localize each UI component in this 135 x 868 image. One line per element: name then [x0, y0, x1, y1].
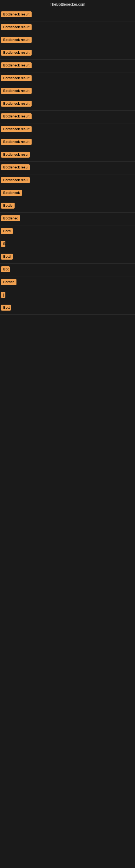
list-item: Bott: [0, 302, 135, 315]
bottleneck-result-badge[interactable]: Bottleneck result: [1, 126, 32, 132]
list-item: Bottleneck result: [0, 47, 135, 60]
list-item: Bot: [0, 264, 135, 276]
bottleneck-result-badge[interactable]: B: [1, 241, 5, 247]
bottleneck-result-badge[interactable]: Bottleneck result: [1, 37, 32, 43]
list-item: Bottlenec: [0, 213, 135, 225]
site-title: TheBottlenecker.com: [0, 0, 135, 9]
results-list: Bottleneck resultBottleneck resultBottle…: [0, 9, 135, 315]
bottleneck-result-badge[interactable]: Bottleneck resu: [1, 164, 30, 170]
bottleneck-result-badge[interactable]: Bottlenec: [1, 215, 20, 221]
bottleneck-result-badge[interactable]: Bottleneck result: [1, 88, 32, 94]
list-item: Bottleneck resu: [0, 162, 135, 175]
bottleneck-result-badge[interactable]: Bottleneck result: [1, 62, 32, 68]
list-item: Bottleneck: [0, 187, 135, 200]
list-item: Bottleneck result: [0, 123, 135, 136]
list-item: Bottleneck result: [0, 34, 135, 47]
bottleneck-result-badge[interactable]: Bott: [1, 305, 11, 311]
site-title-container: TheBottlenecker.com: [0, 0, 135, 9]
bottleneck-result-badge[interactable]: Bottleneck result: [1, 50, 32, 56]
bottleneck-result-badge[interactable]: Bottleneck result: [1, 24, 32, 30]
bottleneck-result-badge[interactable]: Bottlen: [1, 279, 16, 285]
list-item: Bottleneck result: [0, 136, 135, 149]
bottleneck-result-badge[interactable]: Bottl: [1, 254, 13, 259]
bottleneck-result-badge[interactable]: Bottleneck resu: [1, 177, 30, 183]
list-item: Bottleneck result: [0, 60, 135, 72]
list-item: Bottleneck result: [0, 72, 135, 85]
bottleneck-result-badge[interactable]: Bottleneck: [1, 190, 22, 196]
list-item: Bottleneck result: [0, 111, 135, 123]
list-item: |: [0, 289, 135, 302]
list-item: Bottleneck result: [0, 98, 135, 111]
list-item: Bottleneck result: [0, 85, 135, 98]
list-item: Bottleneck resu: [0, 175, 135, 187]
list-item: Bottleneck result: [0, 9, 135, 22]
bottleneck-result-badge[interactable]: Bottleneck resu: [1, 152, 30, 158]
list-item: Bottl: [0, 225, 135, 238]
bottleneck-result-badge[interactable]: Bottleneck result: [1, 75, 32, 81]
bottleneck-result-badge[interactable]: Bottleneck result: [1, 113, 32, 119]
bottleneck-result-badge[interactable]: |: [1, 292, 5, 298]
list-item: Bottlen: [0, 276, 135, 289]
list-item: Bottl: [0, 251, 135, 264]
bottleneck-result-badge[interactable]: Bottleneck result: [1, 11, 32, 18]
list-item: Bottle: [0, 200, 135, 213]
list-item: Bottleneck result: [0, 22, 135, 34]
list-item: B: [0, 238, 135, 251]
bottleneck-result-badge[interactable]: Bottl: [1, 228, 13, 234]
bottleneck-result-badge[interactable]: Bottleneck result: [1, 139, 32, 145]
list-item: Bottleneck resu: [0, 149, 135, 162]
bottleneck-result-badge[interactable]: Bottle: [1, 203, 14, 209]
bottleneck-result-badge[interactable]: Bot: [1, 267, 10, 272]
bottleneck-result-badge[interactable]: Bottleneck result: [1, 101, 32, 106]
